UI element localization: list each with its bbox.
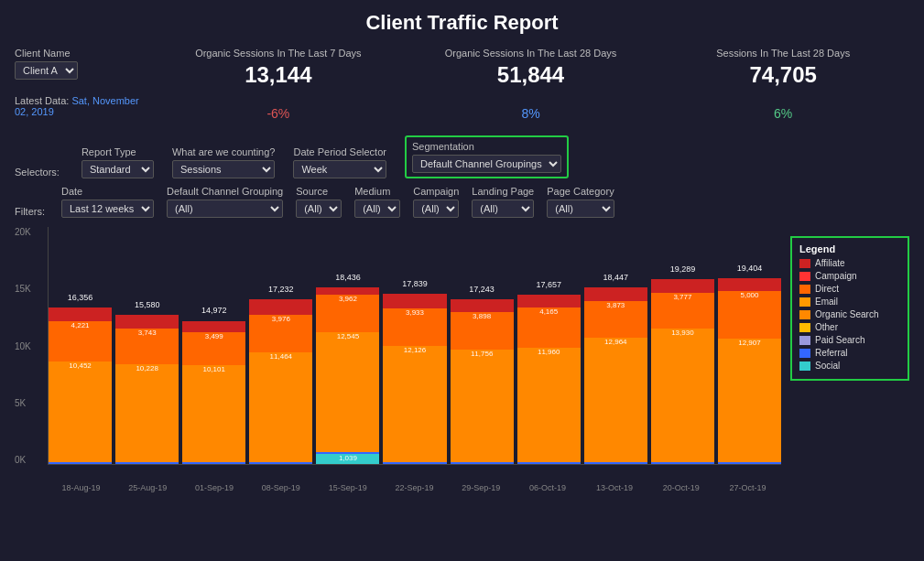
report-type-select[interactable]: Standard Advanced <box>82 160 154 178</box>
top-row: Client Name Client A Client B Organic Se… <box>15 48 909 88</box>
bars-container: 16,35610,4524,22115,58010,2283,74314,972… <box>48 227 781 465</box>
x-axis-label: 18-Aug-19 <box>48 483 114 492</box>
bar-segment: 3,933 <box>383 308 446 346</box>
sessions28-change-value: 6% <box>657 106 909 121</box>
client-name-select[interactable]: Client A Client B <box>15 61 78 80</box>
bar-segment <box>383 462 446 464</box>
date-period-select[interactable]: Week Month Day <box>293 160 386 178</box>
x-axis-label: 20-Oct-19 <box>647 483 714 492</box>
bar-segment-label: 1,039 <box>316 454 379 463</box>
legend-color <box>799 297 810 307</box>
latest-changes-row: Latest Data: Sat, November 02, 2019 -6% … <box>15 95 909 126</box>
y-axis-label: 10K <box>15 341 44 351</box>
bar-group: 14,97210,1013,499 <box>182 227 245 464</box>
selectors-label-box: Selectors: <box>15 166 63 178</box>
bar-group: 19,40412,9075,000 <box>718 227 781 464</box>
bar-segment: 5,000 <box>718 291 781 339</box>
bar-segment <box>718 462 781 464</box>
x-axis-label: 15-Sep-19 <box>314 483 381 492</box>
bar-segment <box>49 462 112 464</box>
bar-segment <box>718 278 781 291</box>
bar-segment-label: 3,933 <box>383 308 446 318</box>
client-name-label: Client Name <box>15 48 152 59</box>
report-type-label: Report Type <box>82 146 154 157</box>
bar-segment: 10,101 <box>182 365 245 462</box>
bar-total-label: 17,232 <box>268 285 294 294</box>
bar-stack: 15,58010,2283,743 <box>115 315 179 464</box>
bar-stack: 18,4361,03912,5453,962 <box>316 287 379 464</box>
counting-select[interactable]: Sessions Users Pageviews <box>172 160 276 178</box>
bar-segment-label: 12,545 <box>316 332 379 341</box>
sessions28-value: 74,705 <box>657 62 909 88</box>
bar-group: 18,4361,03912,5453,962 <box>316 227 379 464</box>
bar-segment: 3,499 <box>182 332 245 366</box>
bar-segment: 10,228 <box>115 364 179 462</box>
legend-item: Social <box>799 361 900 371</box>
bar-segment-label: 3,777 <box>651 293 714 302</box>
bar-segment <box>115 462 179 464</box>
sessions28-metric: Sessions In The Last 28 Days 74,705 <box>657 48 909 88</box>
bar-segment <box>249 299 312 315</box>
bar-segment-label: 3,962 <box>316 295 379 304</box>
bar-segment: 3,873 <box>584 301 647 338</box>
y-axis-label: 20K <box>15 227 44 237</box>
bar-segment-label: 5,000 <box>718 291 781 300</box>
x-axis-label: 29-Sep-19 <box>448 483 515 492</box>
bar-segment: 3,777 <box>651 293 714 329</box>
medium-filter-label: Medium <box>354 186 400 197</box>
bar-group: 15,58010,2283,743 <box>115 227 179 464</box>
client-name-box: Client Name Client A Client B <box>15 48 152 80</box>
date-period-label: Date Period Selector <box>293 146 386 157</box>
bar-segment-label: 3,976 <box>249 315 312 324</box>
landing-page-select[interactable]: (All) <box>472 200 534 218</box>
sessions28-label: Sessions In The Last 28 Days <box>657 48 909 59</box>
legend-item: Email <box>799 297 900 307</box>
legend-item: Paid Search <box>799 335 900 345</box>
bar-segment: 12,126 <box>383 346 446 462</box>
page-category-filter-group: Page Category (All) <box>547 186 614 218</box>
legend-label: Direct <box>815 284 839 294</box>
bar-segment <box>584 287 647 301</box>
legend-color <box>799 259 810 268</box>
bar-segment-label: 11,960 <box>517 348 581 357</box>
bar-stack: 19,40412,9075,000 <box>718 278 781 464</box>
legend-label: Email <box>815 297 838 307</box>
landing-page-label: Landing Page <box>472 186 534 197</box>
channel-grouping-label: Default Channel Grouping <box>167 186 283 197</box>
bar-segment <box>651 279 714 292</box>
segmentation-select[interactable]: Default Channel Groupings Custom <box>412 155 561 173</box>
x-axis-label: 25-Aug-19 <box>114 483 181 492</box>
date-filter-group: Date Last 12 weeks Last 4 weeks Last 6 m… <box>61 186 154 218</box>
bar-segment: 12,964 <box>584 338 647 462</box>
bar-segment: 12,545 <box>316 332 379 452</box>
x-axis-label: 27-Oct-19 <box>714 483 781 492</box>
filters-row: Filters: Date Last 12 weeks Last 4 weeks… <box>15 186 909 218</box>
medium-filter-select[interactable]: (All) <box>354 200 400 218</box>
campaign-filter-select[interactable]: (All) <box>413 200 459 218</box>
bar-stack: 17,83912,1263,933 <box>383 294 446 464</box>
date-filter-select[interactable]: Last 12 weeks Last 4 weeks Last 6 months <box>61 200 154 218</box>
source-filter-select[interactable]: (All) <box>296 200 342 218</box>
bar-stack: 17,24311,7563,898 <box>451 299 514 464</box>
legend-label: Affiliate <box>815 258 845 268</box>
page-category-select[interactable]: (All) <box>547 200 614 218</box>
bar-total-label: 17,657 <box>536 280 561 289</box>
bar-segment-label: 3,743 <box>115 329 179 338</box>
bar-segment <box>383 294 446 309</box>
channel-grouping-select[interactable]: (All) Organic Search Paid Search <box>167 200 283 218</box>
bar-segment: 3,743 <box>115 329 179 364</box>
x-axis-label: 06-Oct-19 <box>515 483 582 492</box>
bar-segment <box>584 462 647 464</box>
legend-color <box>799 310 810 319</box>
bar-segment <box>651 462 714 464</box>
legend-title: Legend <box>799 243 900 254</box>
bar-segment-label: 10,101 <box>182 365 245 374</box>
page-title: Client Traffic Report <box>15 11 909 35</box>
legend-color <box>799 285 810 294</box>
bar-total-label: 16,356 <box>68 293 93 302</box>
counting-label: What are we counting? <box>172 146 276 157</box>
organic7-value: 13,144 <box>152 62 405 88</box>
page-category-label: Page Category <box>547 186 614 197</box>
bar-segment: 3,976 <box>249 315 312 353</box>
bar-stack: 14,97210,1013,499 <box>182 320 245 464</box>
